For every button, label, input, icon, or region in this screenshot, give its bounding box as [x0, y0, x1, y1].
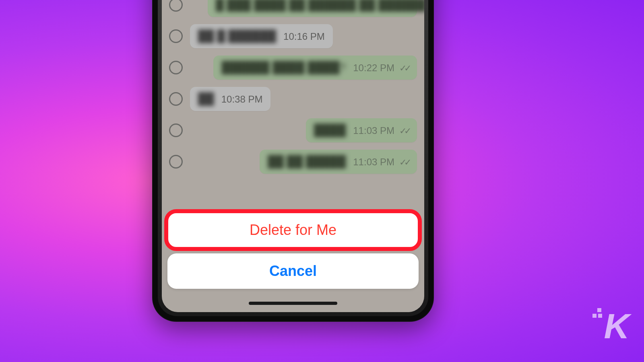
watermark-logo: K: [604, 306, 628, 347]
phone-frame: ██ 10:01 PM █ ███ ████ ██ ██████ ██ ████…: [152, 0, 434, 322]
phone-bezel: ██ 10:01 PM █ ███ ████ ██ ██████ ██ ████…: [158, 0, 428, 316]
watermark-dots-icon: [592, 308, 605, 320]
home-indicator[interactable]: [249, 302, 337, 305]
cancel-button[interactable]: Cancel: [167, 253, 419, 289]
phone-screen: ██ 10:01 PM █ ███ ████ ██ ██████ ██ ████…: [162, 0, 424, 312]
background: ██ 10:01 PM █ ███ ████ ██ ██████ ██ ████…: [0, 0, 644, 362]
delete-button-label: Delete for Me: [250, 222, 336, 239]
delete-for-me-button[interactable]: Delete for Me: [167, 212, 419, 248]
watermark-letter: K: [604, 306, 628, 346]
cancel-button-label: Cancel: [269, 263, 317, 280]
action-sheet: Delete for Me Cancel: [167, 212, 419, 289]
